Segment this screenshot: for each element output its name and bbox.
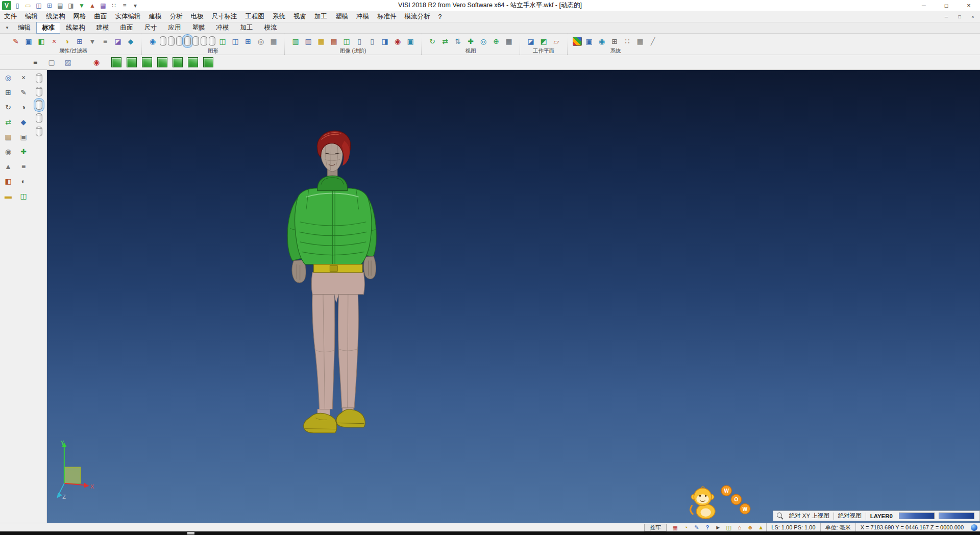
quick-access-caret[interactable]: ▾ [131, 1, 140, 10]
calculator-icon[interactable]: ⊞ [609, 36, 620, 47]
filter-cylinder-icon-2[interactable] [36, 87, 42, 96]
filter-cylinder-icon-4[interactable] [36, 113, 42, 123]
attribute-copy-icon[interactable]: ▣ [23, 36, 34, 47]
options-icon[interactable]: ≡ [120, 1, 129, 10]
snap-lock-button[interactable]: 拴牢 [644, 524, 667, 531]
menu-file[interactable]: 文件 [0, 11, 21, 22]
shading-mode-icon[interactable]: ◉ [147, 36, 158, 47]
magnet-snap-icon[interactable]: ◑ [61, 36, 72, 47]
shaded-view-icon[interactable]: ◨ [379, 36, 390, 47]
view-cube-iso-icon[interactable] [111, 57, 121, 67]
warning-status-icon[interactable]: ▲ [756, 524, 765, 531]
world-sphere-icon[interactable] [971, 524, 977, 531]
viewport-3d[interactable]: Y X Z W O W [47, 70, 980, 523]
menu-system[interactable]: 系统 [268, 11, 289, 22]
menu-help[interactable]: ? [434, 12, 446, 21]
tab-machining[interactable]: 加工 [234, 22, 258, 34]
tab-surface[interactable]: 曲面 [114, 22, 138, 34]
view-cube-right-icon[interactable] [173, 57, 183, 67]
regen-icon[interactable]: ▦ [268, 36, 279, 47]
mdi-close-button[interactable]: × [969, 14, 977, 19]
menu-machining[interactable]: 加工 [310, 11, 331, 22]
view-cube-top-icon[interactable] [142, 57, 152, 67]
point-grid-icon[interactable]: ∷ [622, 36, 633, 47]
bar-tool-icon[interactable]: ▬ [2, 190, 14, 202]
point-select-icon[interactable]: ◆ [17, 116, 30, 128]
capture-status-icon[interactable]: ◔ [681, 524, 690, 531]
tab-standard[interactable]: 标准 [36, 22, 60, 34]
visibility-cylinder-icon-3[interactable] [176, 36, 183, 46]
tab-wireframe[interactable]: 线架构 [60, 22, 91, 34]
menu-drawing[interactable]: 工程图 [241, 11, 269, 22]
mask-toggle-icon[interactable]: ◪ [112, 36, 124, 47]
hidden-line-icon[interactable]: ▯ [366, 36, 378, 47]
snap-settings-icon[interactable]: ⊞ [2, 86, 14, 99]
multi-view-icon[interactable]: ▦ [503, 36, 514, 47]
save-all-icon[interactable]: ⊞ [45, 1, 54, 10]
active-layer-label[interactable]: LAYER0 [866, 513, 897, 519]
texture-icon[interactable]: ◫ [341, 36, 352, 47]
half-shade-icon[interactable]: ◑ [17, 101, 30, 113]
human-model[interactable] [281, 128, 419, 441]
element-filter-icon[interactable]: ⊞ [74, 36, 85, 47]
show-layer-box-icon[interactable]: ◫ [217, 36, 228, 47]
mascot-toggle-icon[interactable]: ☻ [746, 524, 754, 531]
add-tool-icon[interactable]: ✚ [17, 145, 30, 158]
menu-wireframe[interactable]: 线架构 [42, 11, 69, 22]
visi-logo-icon[interactable]: V [2, 1, 11, 10]
zoom-extents-icon[interactable]: ⊕ [491, 36, 502, 47]
menu-dimensioning[interactable]: 尺寸标注 [208, 11, 241, 22]
window-tool-icon[interactable]: ◫ [17, 190, 30, 202]
visibility-cylinder-icon-6[interactable] [209, 36, 215, 46]
menu-mold[interactable]: 塑模 [331, 11, 352, 22]
taskbar-item[interactable] [187, 532, 194, 534]
menu-electrode[interactable]: 电极 [187, 11, 208, 22]
render-columns-icon-4[interactable]: ▤ [328, 36, 339, 47]
view-cube-left-icon[interactable] [157, 57, 167, 67]
minimize-button[interactable]: ─ [913, 0, 935, 11]
tab-flow[interactable]: 模流 [258, 22, 282, 34]
import-icon[interactable]: ▼ [77, 1, 86, 10]
menu-edit[interactable]: 编辑 [21, 11, 42, 22]
export-icon[interactable]: ▲ [88, 1, 97, 10]
rotate-view-icon[interactable]: ↻ [2, 101, 14, 113]
print-icon[interactable]: ▤ [56, 1, 65, 10]
tab-dimension[interactable]: 尺寸 [138, 22, 162, 34]
menu-mesh[interactable]: 网格 [69, 11, 90, 22]
redraw-icon[interactable]: ◎ [255, 36, 266, 47]
pointer-status-icon[interactable]: ► [714, 524, 722, 531]
new-document-icon[interactable]: ▯ [13, 1, 22, 10]
material-icon[interactable]: ◉ [392, 36, 403, 47]
tab-mold[interactable]: 塑膜 [186, 22, 210, 34]
menu-window[interactable]: 视窗 [289, 11, 310, 22]
tab-die[interactable]: 冲模 [210, 22, 234, 34]
tab-overflow-button[interactable]: ▼ [2, 25, 12, 31]
show-group-box-icon[interactable]: ◫ [230, 36, 241, 47]
home-status-icon[interactable]: ⌂ [735, 524, 744, 531]
view-reference-label[interactable]: 绝对视图 [834, 512, 866, 520]
edit-status-icon[interactable]: ✎ [692, 524, 701, 531]
visibility-cylinder-icon-5[interactable] [201, 36, 207, 46]
view-record-icon[interactable]: ◉ [91, 57, 102, 68]
selection-filter-icon[interactable]: ◆ [125, 36, 136, 47]
menu-die[interactable]: 冲模 [352, 11, 373, 22]
help-status-icon[interactable]: ? [703, 524, 712, 531]
target-view-icon[interactable]: ◎ [478, 36, 489, 47]
close-button[interactable]: × [958, 0, 980, 11]
capture-icon[interactable]: ▦ [99, 1, 108, 10]
view-cube-front-icon[interactable] [127, 57, 137, 67]
menu-flow-analysis[interactable]: 模流分析 [401, 11, 434, 22]
save-icon[interactable]: ◫ [34, 1, 43, 10]
render-viewport-icon[interactable]: ▨ [62, 57, 74, 68]
view-mode-label[interactable]: 绝对 XY 上视图 [785, 512, 834, 520]
panel-tool-icon[interactable]: ▣ [17, 131, 30, 143]
mdi-minimize-button[interactable]: ─ [942, 14, 950, 19]
table-icon[interactable]: ▦ [634, 36, 646, 47]
solid-status-icon[interactable]: ◫ [724, 524, 733, 531]
mdi-restore-button[interactable]: □ [955, 14, 964, 19]
filter-cylinder-icon-1[interactable] [36, 74, 42, 83]
single-viewport-icon[interactable]: ▢ [46, 57, 57, 68]
zoom-window-icon[interactable]: ◎ [2, 71, 14, 84]
view-cube-back-icon[interactable] [188, 57, 198, 67]
wireframe-icon[interactable]: ▯ [354, 36, 365, 47]
